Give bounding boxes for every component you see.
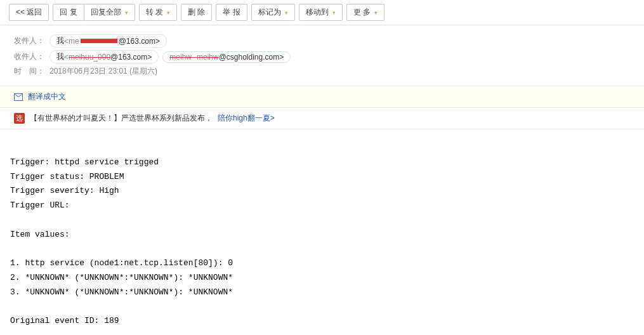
body-line: Trigger: httpd service trigged (10, 157, 159, 167)
forward-label: 转 发 (146, 7, 163, 18)
promo-banner: 选 【有世界杯的才叫夏天！】严选世界杯系列新品发布， 陪你high翻一夏> (0, 108, 644, 129)
more-label: 更 多 (353, 7, 371, 18)
reply-all-button[interactable]: 回复全部 ▾ (84, 4, 135, 21)
body-line: Original event ID: 189 (10, 316, 119, 325)
move-to-label: 移动到 (306, 7, 329, 18)
redacted-text: meihuu_000 (69, 53, 110, 62)
more-button[interactable]: 更 多 ▾ (346, 4, 384, 21)
redacted-text: meihw--meihw (169, 53, 218, 62)
delete-button[interactable]: 删 除 (181, 4, 212, 21)
chevron-down-icon: ▾ (332, 10, 336, 16)
body-line: 3. *UNKNOWN* (*UNKNOWN*:*UNKNOWN*): *UNK… (10, 287, 233, 297)
time-label: 时 间： (14, 66, 49, 77)
to-row: 收件人： 我 < meihuu_000 @163.com> meihw--mei… (14, 50, 630, 63)
move-to-button[interactable]: 移动到 ▾ (299, 4, 343, 21)
from-chip[interactable]: 我 <me @163.com> (49, 34, 167, 48)
translate-link[interactable]: 翻译成中文 (28, 91, 66, 102)
chip-lt: <me (64, 37, 79, 46)
chevron-down-icon: ▾ (374, 10, 378, 16)
chip-domain: @163.com> (110, 53, 152, 62)
body-line: 2. *UNKNOWN* (*UNKNOWN*:*UNKNOWN*): *UNK… (10, 273, 233, 282)
redacted-bar (81, 39, 117, 43)
chip-domain: @csgholding.com> (219, 53, 284, 62)
body-line: Trigger status: PROBLEM (10, 172, 124, 181)
toolbar: << 返回 回 复 回复全部 ▾ 转 发 ▾ 删 除 举 报 标记为 ▾ 移动到… (0, 0, 644, 25)
to-chip-1[interactable]: 我 < meihuu_000 @163.com> (49, 50, 159, 63)
from-label: 发件人： (14, 36, 49, 46)
chip-domain: @163.com> (119, 37, 160, 46)
body-line: Item values: (10, 230, 70, 239)
promo-badge: 选 (14, 113, 25, 124)
back-button[interactable]: << 返回 (9, 4, 49, 21)
time-row: 时 间： 2018年06月23日 23:01 (星期六) (14, 66, 630, 77)
mail-body: Trigger: httpd service trigged Trigger s… (0, 129, 644, 335)
mark-as-label: 标记为 (258, 7, 281, 18)
translate-banner: 翻译成中文 (0, 86, 644, 108)
chevron-down-icon: ▾ (167, 10, 170, 16)
from-row: 发件人： 我 <me @163.com> (14, 34, 630, 48)
reply-button[interactable]: 回 复 (53, 4, 84, 21)
spam-button[interactable]: 举 报 (216, 4, 247, 21)
chevron-down-icon: ▾ (285, 10, 288, 16)
body-line: 1. http service (node1:net.tcp.listen[80… (10, 258, 233, 268)
chip-lt: < (64, 53, 69, 62)
chevron-down-icon: ▾ (125, 10, 128, 16)
to-chip-2[interactable]: meihw--meihw @csgholding.com> (162, 51, 291, 63)
forward-button[interactable]: 转 发 ▾ (139, 4, 177, 21)
promo-link[interactable]: 陪你high翻一夏> (218, 113, 275, 124)
mark-as-button[interactable]: 标记为 ▾ (251, 4, 295, 21)
time-value: 2018年06月23日 23:01 (星期六) (49, 66, 157, 77)
promo-text: 【有世界杯的才叫夏天！】严选世界杯系列新品发布， (30, 113, 213, 124)
mail-header: 发件人： 我 <me @163.com> 收件人： 我 < meihuu_000… (0, 25, 644, 86)
chip-me: 我 (56, 36, 64, 46)
body-line: Trigger severity: High (10, 186, 119, 195)
to-label: 收件人： (14, 51, 49, 62)
mail-icon (14, 93, 23, 101)
chip-me: 我 (56, 51, 64, 62)
reply-group: 回 复 回复全部 ▾ (53, 4, 135, 21)
reply-all-label: 回复全部 (91, 7, 121, 18)
body-line: Trigger URL: (10, 200, 70, 210)
